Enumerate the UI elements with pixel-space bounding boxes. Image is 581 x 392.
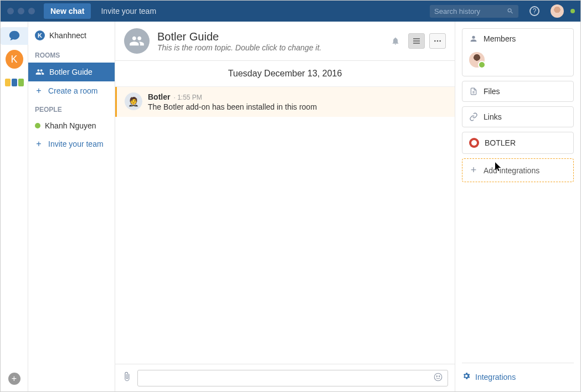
room-avatar	[124, 28, 150, 54]
message-input-wrap[interactable]	[137, 370, 448, 386]
members-label: Members	[484, 34, 516, 43]
bot-avatar: 🤵	[125, 92, 142, 110]
members-card[interactable]: Members	[462, 28, 574, 76]
person-item[interactable]: Khanh Nguyen	[28, 117, 115, 135]
org-workspace[interactable]: K	[6, 50, 23, 68]
gear-icon	[462, 372, 471, 382]
add-integrations-card[interactable]: + Add integrations	[462, 158, 574, 182]
max-dot[interactable]	[28, 8, 35, 14]
presence-indicator	[570, 9, 575, 13]
window-controls[interactable]	[7, 8, 35, 14]
sidebar: K Khanhnect ROOMS Botler Guide + Create …	[28, 22, 115, 391]
plus-icon: +	[35, 139, 43, 149]
people-header: PEOPLE	[28, 100, 115, 117]
svg-point-4	[436, 376, 438, 377]
date-divider: Tuesday December 13, 2016	[115, 61, 455, 87]
workspace-icon: K	[35, 30, 45, 40]
svg-point-1	[437, 40, 439, 42]
create-room-button[interactable]: + Create a room	[28, 81, 115, 100]
search-history[interactable]	[430, 5, 518, 18]
create-room-label: Create a room	[48, 86, 97, 95]
svg-point-0	[434, 40, 436, 42]
search-icon	[507, 7, 514, 15]
min-dot[interactable]	[18, 8, 24, 14]
chat-body[interactable]: Tuesday December 13, 2016 🤵 Botler 1:55 …	[115, 61, 455, 364]
help-icon[interactable]: ?	[529, 6, 539, 16]
svg-point-3	[434, 373, 442, 381]
botler-label: BOTLER	[485, 138, 516, 147]
message-sender: Botler	[148, 92, 170, 101]
person-label: Khanh Nguyen	[45, 121, 96, 130]
member-avatar[interactable]	[469, 52, 485, 68]
dots-icon	[433, 37, 442, 45]
plus-icon: +	[35, 86, 43, 96]
toggle-sidebar-button[interactable]	[408, 33, 425, 49]
paperclip-icon	[122, 372, 132, 381]
integrations-label: Integrations	[475, 373, 516, 381]
message-time: 1:55 PM	[173, 94, 202, 101]
people-icon	[35, 67, 45, 77]
rooms-header: ROOMS	[28, 46, 115, 63]
link-icon	[469, 112, 478, 121]
invite-team-label: Invite your team	[48, 140, 104, 148]
presence-dot	[35, 123, 40, 128]
invite-team-button[interactable]: + Invite your team	[28, 135, 115, 153]
attach-button[interactable]	[122, 372, 132, 384]
smiley-icon	[433, 372, 443, 382]
botler-icon	[469, 138, 479, 148]
room-topic[interactable]: This is the room topic. Double click to …	[157, 43, 321, 52]
integrations-link[interactable]: Integrations	[462, 363, 574, 385]
svg-point-2	[439, 40, 441, 42]
room-label: Botler Guide	[49, 68, 92, 76]
new-chat-button[interactable]: New chat	[44, 3, 91, 19]
list-icon	[412, 37, 421, 45]
svg-point-5	[439, 376, 440, 377]
botler-card[interactable]: BOTLER	[462, 132, 574, 154]
notifications-button[interactable]	[387, 33, 404, 49]
invite-team-link[interactable]: Invite your team	[101, 7, 156, 16]
org-bots[interactable]	[6, 74, 23, 91]
plus-icon: +	[469, 164, 478, 176]
message-row: 🤵 Botler 1:55 PM The Botler add-on has b…	[115, 87, 455, 117]
message-body: The Botler add-on has been installed in …	[148, 102, 317, 111]
workspace-name: Khanhnect	[49, 31, 86, 40]
close-dot[interactable]	[7, 8, 14, 14]
more-button[interactable]	[429, 33, 446, 49]
workspace-selector[interactable]: K Khanhnect	[28, 25, 115, 46]
links-label: Links	[484, 112, 502, 121]
add-integrations-label: Add integrations	[484, 166, 539, 175]
bell-icon	[391, 37, 400, 45]
add-org-button[interactable]: +	[8, 373, 20, 385]
org-hipchat[interactable]	[1, 27, 28, 45]
org-rail: K +	[1, 22, 28, 391]
composer	[115, 364, 455, 391]
user-avatar[interactable]	[551, 4, 564, 18]
chat-header: Botler Guide This is the room topic. Dou…	[115, 22, 455, 61]
file-icon	[469, 87, 478, 96]
workspace-badge: K	[6, 50, 23, 69]
right-panel: Members Files L	[455, 22, 580, 391]
members-icon	[469, 34, 478, 43]
room-item-botler-guide[interactable]: Botler Guide	[28, 63, 115, 81]
files-label: Files	[484, 87, 500, 96]
files-card[interactable]: Files	[462, 81, 574, 102]
message-input[interactable]	[142, 374, 433, 383]
chat-main: Botler Guide This is the room topic. Dou…	[115, 22, 455, 391]
links-card[interactable]: Links	[462, 106, 574, 127]
top-bar: New chat Invite your team ?	[1, 1, 580, 22]
search-input[interactable]	[434, 7, 507, 16]
emoji-button[interactable]	[433, 372, 443, 384]
room-title: Botler Guide	[157, 30, 321, 43]
